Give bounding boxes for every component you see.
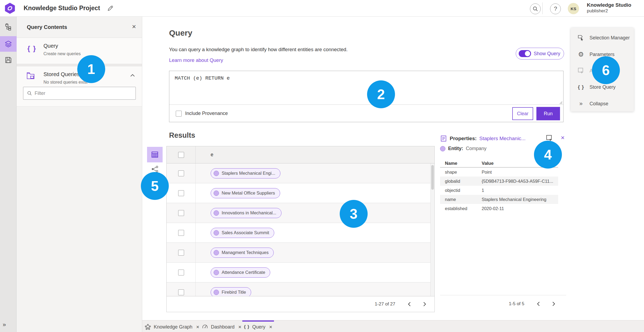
entity-dot-icon (214, 250, 219, 255)
entity-dot-icon (214, 270, 219, 275)
entity-pill[interactable]: Attendance Certificate (211, 267, 270, 278)
run-button[interactable]: Run (536, 107, 560, 120)
results-title: Results (169, 131, 195, 140)
row-checkbox[interactable] (178, 289, 184, 295)
table-row[interactable]: Innovations in Mechanical... (167, 203, 434, 223)
chevron-up-icon[interactable] (130, 74, 135, 77)
annotation-badge-2: 2 (367, 80, 395, 108)
entity-dot-icon (440, 146, 445, 151)
property-row: established2020-02-11 (440, 204, 558, 213)
table-row[interactable]: Managment Techniques (167, 243, 434, 263)
topbar-divider (542, 2, 543, 14)
entity-pill[interactable]: Innovations in Mechanical... (211, 208, 281, 218)
tab-dashboard[interactable]: Dashboard × (200, 320, 243, 332)
close-tab-icon[interactable]: × (238, 324, 241, 330)
table-row[interactable]: Staplers Mechanical Engi... (167, 163, 434, 183)
search-button[interactable] (530, 3, 541, 14)
entity-pill[interactable]: New Metal Office Suppliers (211, 188, 280, 198)
include-provenance-checkbox[interactable] (176, 111, 182, 117)
braces-icon: { } (244, 324, 250, 330)
link-chart-icon (151, 166, 159, 173)
column-header-e: e (211, 152, 213, 158)
data-model-rail-button[interactable] (0, 20, 17, 35)
entity-pill[interactable]: Firebird Title (211, 287, 251, 297)
properties-table: Name Value shapePoint globalid{5D9B4713-… (440, 159, 558, 213)
tab-knowledge-graph[interactable]: Knowledge Graph × (143, 320, 201, 332)
stored-queries-icon (26, 71, 36, 80)
row-checkbox[interactable] (178, 230, 184, 236)
next-page-icon[interactable] (552, 301, 555, 306)
previous-page-icon[interactable] (537, 301, 540, 306)
scrollbar-thumb[interactable] (431, 165, 434, 190)
clear-button[interactable]: Clear (512, 107, 533, 120)
expand-rail-button[interactable]: » (3, 321, 5, 328)
results-scrollbar (430, 163, 434, 297)
tab-query[interactable]: { } Query × (242, 320, 274, 332)
help-button[interactable]: ? (550, 3, 561, 14)
save-rail-button[interactable] (0, 52, 17, 68)
table-row[interactable]: Sales Associate Summit (167, 223, 434, 243)
select-all-checkbox[interactable] (178, 152, 184, 158)
table-row[interactable]: New Metal Office Suppliers (167, 183, 434, 203)
annotation-badge-1: 1 (77, 55, 105, 83)
user-block[interactable]: Knowledge Studio publisher2 (587, 2, 631, 14)
close-panel-icon[interactable]: × (132, 23, 136, 30)
row-checkbox[interactable] (178, 190, 184, 196)
collapse-button[interactable]: » Collapse (571, 95, 634, 112)
results-rows: Staplers Mechanical Engi... New Metal Of… (167, 163, 434, 297)
property-row: nameStaplers Mechanical Engineering (440, 195, 558, 204)
table-icon (151, 151, 159, 158)
entity-pill[interactable]: Sales Associate Summit (211, 228, 274, 238)
sidebar-item-query[interactable]: { } Query Create new queries (17, 38, 142, 64)
left-rail: » (0, 17, 17, 332)
table-row[interactable]: Attendance Certificate (167, 263, 434, 282)
annotation-badge-3: 3 (340, 200, 368, 228)
close-tab-icon[interactable]: × (269, 324, 272, 330)
close-properties-icon[interactable]: × (561, 134, 565, 141)
selection-manager-button[interactable]: Selection Manager (571, 29, 634, 46)
knowledge-graph-icon (145, 324, 151, 330)
user-avatar[interactable]: KS (568, 3, 579, 14)
user-org: Knowledge Studio (587, 2, 631, 8)
entity-dot-icon (214, 210, 219, 216)
search-icon (27, 91, 32, 96)
entity-pill[interactable]: Managment Techniques (211, 248, 274, 258)
row-checkbox[interactable] (178, 210, 184, 216)
show-query-toggle[interactable]: Show Query (516, 48, 564, 59)
next-page-icon[interactable] (423, 302, 426, 307)
entity-dot-icon (214, 171, 219, 176)
results-page-info: 1-27 of 27 (375, 301, 395, 307)
previous-page-icon[interactable] (408, 302, 411, 307)
query-textarea[interactable]: MATCH (e) RETURN e (169, 71, 563, 104)
filter-input[interactable] (35, 91, 136, 96)
braces-icon: { } (27, 44, 36, 53)
learn-more-link[interactable]: Learn more about Query (169, 57, 223, 63)
user-name: publisher2 (587, 8, 631, 14)
help-icon: ? (554, 5, 557, 12)
save-icon (5, 56, 12, 64)
layers-icon (4, 40, 12, 48)
properties-title: Properties: (450, 136, 477, 141)
stored-queries-label: Stored Queries (43, 71, 80, 77)
row-checkbox[interactable] (178, 250, 184, 256)
layers-rail-button[interactable] (0, 36, 17, 52)
annotation-badge-4: 4 (534, 141, 562, 169)
properties-page-info: 1-5 of 5 (509, 301, 524, 307)
app-logo-icon[interactable] (4, 3, 16, 14)
stored-queries-sublabel: No stored queries exist (43, 80, 87, 85)
close-tab-icon[interactable]: × (196, 324, 199, 330)
row-checkbox[interactable] (178, 170, 184, 176)
properties-entity-link[interactable]: Staplers Mechanic... (479, 136, 525, 141)
table-view-button[interactable] (147, 147, 163, 162)
table-row[interactable]: Firebird Title (167, 282, 434, 297)
properties-pagination: 1-5 of 5 (440, 295, 566, 312)
property-row: globalid{5D9B4713-F98D-4A53-A59F-C11... (440, 177, 558, 186)
entity-type: Company (466, 146, 486, 151)
project-title: Knowledge Studio Project (24, 5, 100, 12)
resize-handle-icon[interactable] (559, 101, 562, 104)
search-icon (533, 6, 538, 12)
annotation-badge-5: 5 (141, 172, 169, 200)
row-checkbox[interactable] (178, 270, 184, 275)
edit-title-icon[interactable] (107, 5, 114, 12)
entity-pill[interactable]: Staplers Mechanical Engi... (211, 168, 280, 178)
